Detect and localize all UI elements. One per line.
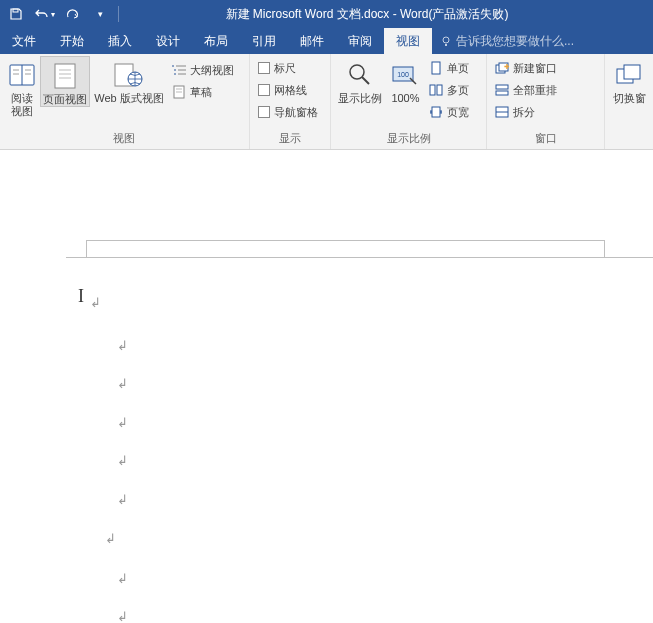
svg-text:✚: ✚ — [504, 63, 509, 70]
ribbon: 阅读 视图 页面视图 Web 版式视图 大纲视图 草稿 视图 — [0, 54, 653, 150]
paragraph-mark: ↲ — [117, 492, 128, 507]
hundred-label: 100% — [391, 92, 419, 105]
one-page-button[interactable]: 单页 — [429, 58, 469, 78]
split-button[interactable]: 拆分 — [495, 102, 557, 122]
group-views: 阅读 视图 页面视图 Web 版式视图 大纲视图 草稿 视图 — [0, 54, 250, 149]
tab-view[interactable]: 视图 — [384, 28, 432, 54]
quick-access-toolbar: ▾ ▾ — [0, 3, 121, 25]
arrange-icon — [495, 84, 509, 96]
print-layout-button[interactable]: 页面视图 — [40, 56, 90, 107]
group-show-label: 显示 — [254, 129, 327, 149]
zoom-button[interactable]: 显示比例 — [335, 56, 385, 105]
read-mode-button[interactable]: 阅读 视图 — [4, 56, 40, 118]
outline-label: 大纲视图 — [190, 63, 234, 78]
redo-icon — [65, 7, 79, 21]
undo-button[interactable]: ▾ — [32, 3, 56, 25]
svg-point-23 — [350, 65, 364, 79]
nav-label: 导航窗格 — [274, 105, 318, 120]
new-window-icon: ✚ — [495, 62, 509, 74]
arrange-all-button[interactable]: 全部重排 — [495, 80, 557, 100]
web-layout-icon — [114, 63, 144, 87]
multi-page-icon — [429, 84, 443, 96]
group-zoom: 显示比例 100 100% 单页 多页 页宽 — [331, 54, 487, 149]
tab-file[interactable]: 文件 — [0, 28, 48, 54]
ruler-checkbox[interactable]: 标尺 — [258, 58, 318, 78]
one-page-label: 单页 — [447, 61, 469, 76]
svg-text:100: 100 — [398, 71, 410, 78]
save-button[interactable] — [4, 3, 28, 25]
read-mode-label: 阅读 视图 — [11, 92, 33, 118]
gridlines-checkbox[interactable]: 网格线 — [258, 80, 318, 100]
document-title: 新建 Microsoft Word 文档.docx - Word(产品激活失败) — [121, 6, 653, 23]
page-width-button[interactable]: 页宽 — [429, 102, 469, 122]
save-icon — [9, 7, 23, 21]
paragraph-mark: ↲ — [117, 376, 128, 391]
outline-view-button[interactable]: 大纲视图 — [172, 60, 234, 80]
group-window-label: 窗口 — [491, 129, 600, 149]
checkbox-icon — [258, 106, 270, 118]
undo-icon — [34, 7, 50, 21]
page-width-label: 页宽 — [447, 105, 469, 120]
draft-label: 草稿 — [190, 85, 212, 100]
switch-windows-label: 切换窗 — [613, 92, 646, 105]
multi-page-label: 多页 — [447, 83, 469, 98]
redo-button[interactable] — [60, 3, 84, 25]
draft-view-button[interactable]: 草稿 — [172, 82, 234, 102]
svg-rect-40 — [624, 65, 640, 79]
tab-home[interactable]: 开始 — [48, 28, 96, 54]
zoom-icon — [347, 62, 373, 88]
new-window-button[interactable]: ✚ 新建窗口 — [495, 58, 557, 78]
checkbox-icon — [258, 62, 270, 74]
ribbon-tabs: 文件 开始 插入 设计 布局 引用 邮件 审阅 视图 告诉我您想要做什么... — [0, 28, 653, 54]
qat-separator — [118, 6, 119, 22]
draft-icon — [173, 85, 185, 99]
checkbox-icon — [258, 84, 270, 96]
print-layout-label: 页面视图 — [43, 93, 87, 106]
arrange-label: 全部重排 — [513, 83, 557, 98]
ruler-label: 标尺 — [274, 61, 296, 76]
paragraph-mark: ↲ — [117, 609, 128, 623]
paragraph-mark: ↲ — [117, 415, 128, 430]
tab-layout[interactable]: 布局 — [192, 28, 240, 54]
tab-insert[interactable]: 插入 — [96, 28, 144, 54]
svg-line-24 — [362, 77, 369, 84]
page-boundary — [66, 240, 653, 258]
svg-rect-31 — [432, 107, 440, 117]
text-cursor: I — [78, 286, 84, 307]
svg-rect-30 — [437, 85, 442, 95]
svg-rect-29 — [430, 85, 435, 95]
outline-icon — [172, 64, 186, 76]
hundred-icon: 100 — [392, 64, 418, 86]
tab-review[interactable]: 审阅 — [336, 28, 384, 54]
web-layout-button[interactable]: Web 版式视图 — [90, 56, 168, 105]
split-icon — [495, 106, 509, 118]
tab-mailings[interactable]: 邮件 — [288, 28, 336, 54]
zoom-label: 显示比例 — [338, 92, 382, 105]
svg-rect-8 — [55, 64, 75, 88]
qat-customize[interactable]: ▾ — [88, 3, 112, 25]
paragraph-mark: ↲ — [117, 338, 128, 353]
gridlines-label: 网格线 — [274, 83, 307, 98]
svg-rect-36 — [496, 91, 508, 95]
split-label: 拆分 — [513, 105, 535, 120]
tab-references[interactable]: 引用 — [240, 28, 288, 54]
paragraph-mark: ↲ — [90, 295, 101, 310]
switch-windows-icon — [616, 64, 642, 86]
title-bar: ▾ ▾ 新建 Microsoft Word 文档.docx - Word(产品激… — [0, 0, 653, 28]
svg-point-1 — [443, 37, 449, 43]
read-mode-icon — [9, 64, 35, 86]
group-switch-windows: 切换窗 — [605, 54, 653, 149]
svg-rect-35 — [496, 85, 508, 89]
group-views-label: 视图 — [4, 129, 245, 149]
document-canvas[interactable]: I ↲↲↲↲↲↲↲↲↲ — [0, 150, 653, 623]
paragraph-mark: ↲ — [117, 571, 128, 586]
svg-rect-28 — [432, 62, 440, 74]
lightbulb-icon — [440, 35, 452, 47]
multi-page-button[interactable]: 多页 — [429, 80, 469, 100]
tab-design[interactable]: 设计 — [144, 28, 192, 54]
hundred-percent-button[interactable]: 100 100% — [385, 56, 425, 105]
svg-rect-0 — [13, 9, 18, 12]
nav-pane-checkbox[interactable]: 导航窗格 — [258, 102, 318, 122]
switch-windows-button[interactable]: 切换窗 — [609, 56, 649, 105]
tell-me-search[interactable]: 告诉我您想要做什么... — [432, 33, 574, 50]
